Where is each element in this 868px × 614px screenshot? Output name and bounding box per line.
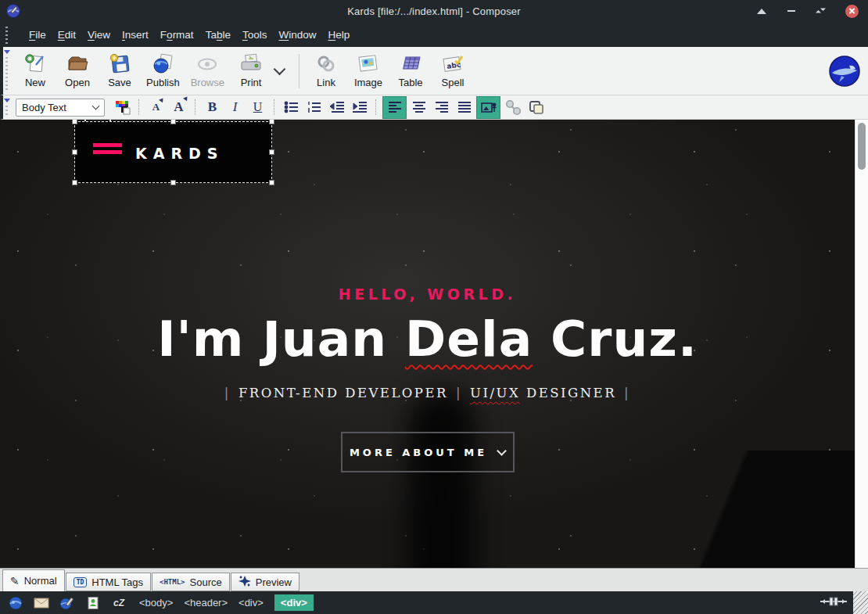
chatzilla-icon[interactable]: cZ	[111, 595, 127, 611]
spell-button[interactable]: abc Spell	[432, 51, 474, 91]
seamonkey-throbber[interactable]	[829, 56, 860, 87]
link-icon	[315, 53, 337, 74]
more-about-me-button[interactable]: MORE ABOUT ME	[341, 432, 515, 472]
statusbar-grippy-icon[interactable]	[820, 597, 847, 609]
format-separator	[274, 99, 275, 115]
link-button[interactable]: Link	[305, 51, 347, 91]
editor-canvas[interactable]: KARDS HELLO, WORLD. I'm Juan Dela Cruz. …	[0, 120, 868, 568]
outdent-button[interactable]	[326, 97, 347, 117]
align-left-icon	[387, 100, 403, 114]
publish-button[interactable]: Publish	[141, 51, 185, 91]
menu-help[interactable]: Help	[328, 29, 350, 41]
toolbar-overflow-chevron-icon[interactable]	[274, 63, 286, 76]
resize-handle[interactable]	[269, 180, 274, 185]
menu-format[interactable]: Format	[160, 29, 194, 41]
resize-handle[interactable]	[170, 120, 176, 124]
menu-table[interactable]: Table	[206, 29, 231, 41]
grid-mode-button[interactable]	[502, 97, 523, 117]
font-larger-icon: A	[174, 99, 183, 115]
menu-file[interactable]: File	[29, 29, 46, 41]
breadcrumb-body[interactable]: <body>	[139, 597, 173, 609]
hero-roles: |FRONT-END DEVELOPER|UI/UX DESIGNER|	[0, 386, 855, 400]
print-icon	[239, 53, 263, 74]
resize-handle[interactable]	[269, 149, 274, 155]
table-icon	[399, 53, 422, 74]
resize-handle[interactable]	[72, 149, 77, 155]
new-button[interactable]: New	[14, 51, 56, 91]
address-book-icon[interactable]	[85, 595, 101, 611]
composer-icon[interactable]	[59, 595, 75, 611]
scrollbar-thumb[interactable]	[858, 123, 866, 170]
pencil-icon: ✎	[10, 575, 20, 587]
tab-preview[interactable]: Preview	[231, 573, 299, 591]
paragraph-style-select[interactable]: Body Text	[16, 99, 105, 117]
window-title: Kards [file:/.../index.html] - Composer	[0, 5, 868, 17]
mail-icon[interactable]	[34, 595, 49, 611]
menu-bar: File Edit View Insert Format Table Tools…	[0, 22, 868, 47]
component-bar: cZ	[0, 595, 139, 611]
indent-button[interactable]	[349, 97, 370, 117]
breadcrumb-header[interactable]: <header>	[184, 597, 228, 609]
resize-handle[interactable]	[170, 180, 176, 185]
close-button[interactable]	[845, 5, 859, 18]
align-right-button[interactable]	[431, 97, 452, 117]
window-controls	[756, 0, 859, 22]
toolbar-separator	[299, 54, 299, 88]
resize-handle[interactable]	[72, 120, 77, 124]
tab-normal[interactable]: ✎ Normal	[2, 569, 65, 591]
underline-button[interactable]: U	[247, 97, 268, 117]
text-color-picker[interactable]	[112, 97, 133, 117]
vertical-scrollbar[interactable]	[855, 120, 868, 568]
misspelled-word: Dela	[405, 311, 533, 368]
align-center-button[interactable]	[408, 97, 429, 117]
eject-icon	[757, 9, 766, 14]
tab-source[interactable]: <HTML> Source	[152, 573, 230, 591]
decrease-font-button[interactable]: A	[145, 97, 167, 117]
restore-button[interactable]	[816, 5, 827, 16]
misspelled-word: UI/UX	[470, 386, 520, 400]
browse-button[interactable]: Browse	[185, 51, 230, 91]
status-bar-right	[820, 591, 868, 614]
align-left-button[interactable]	[382, 96, 407, 119]
bold-button[interactable]: B	[202, 97, 223, 117]
resize-handle[interactable]	[72, 180, 77, 185]
layers-icon	[527, 99, 544, 115]
absolute-position-button[interactable]	[476, 96, 500, 119]
hero-section: HELLO, WORLD. I'm Juan Dela Cruz. |FRONT…	[0, 285, 855, 472]
menu-edit[interactable]: Edit	[58, 29, 76, 41]
menu-tools[interactable]: Tools	[242, 29, 267, 41]
numbered-list-button[interactable]	[303, 97, 325, 117]
menu-window[interactable]: Window	[278, 29, 316, 41]
window-resize-grip[interactable]	[853, 591, 868, 614]
image-button[interactable]: Image	[347, 51, 389, 91]
breadcrumb-div-active[interactable]: <div>	[274, 594, 314, 611]
increase-font-button[interactable]: A	[168, 97, 189, 117]
breadcrumb-div[interactable]: <div>	[239, 597, 264, 609]
minimize-button[interactable]	[786, 5, 797, 16]
shade-button[interactable]	[756, 5, 767, 16]
menu-insert[interactable]: Insert	[122, 29, 149, 41]
hamburger-menu-icon[interactable]	[93, 143, 122, 157]
bullet-list-icon	[284, 100, 299, 114]
table-button[interactable]: Table	[389, 51, 432, 91]
selected-header-element[interactable]: KARDS	[74, 121, 272, 183]
menu-view[interactable]: View	[88, 29, 110, 41]
browse-eye-icon	[195, 53, 219, 74]
resize-handle[interactable]	[269, 120, 274, 124]
navigator-icon[interactable]	[8, 595, 23, 611]
tab-html-tags[interactable]: TD HTML Tags	[66, 573, 151, 591]
format-toolbar-grippy[interactable]	[4, 98, 9, 117]
justify-button[interactable]	[454, 97, 475, 117]
format-separator	[375, 99, 377, 115]
print-button[interactable]: Print	[230, 51, 272, 91]
menubar-grippy[interactable]	[4, 25, 9, 44]
chevron-down-icon	[497, 446, 507, 456]
italic-button[interactable]: I	[224, 97, 246, 117]
spell-check-icon: abc	[441, 53, 464, 74]
bulleted-list-button[interactable]	[281, 97, 302, 117]
toolbar-grippy[interactable]	[4, 49, 9, 92]
open-button[interactable]: Open	[56, 51, 99, 91]
html-source-icon: <HTML>	[160, 578, 185, 586]
save-button[interactable]: Save	[99, 51, 141, 91]
layer-button[interactable]	[525, 97, 546, 117]
